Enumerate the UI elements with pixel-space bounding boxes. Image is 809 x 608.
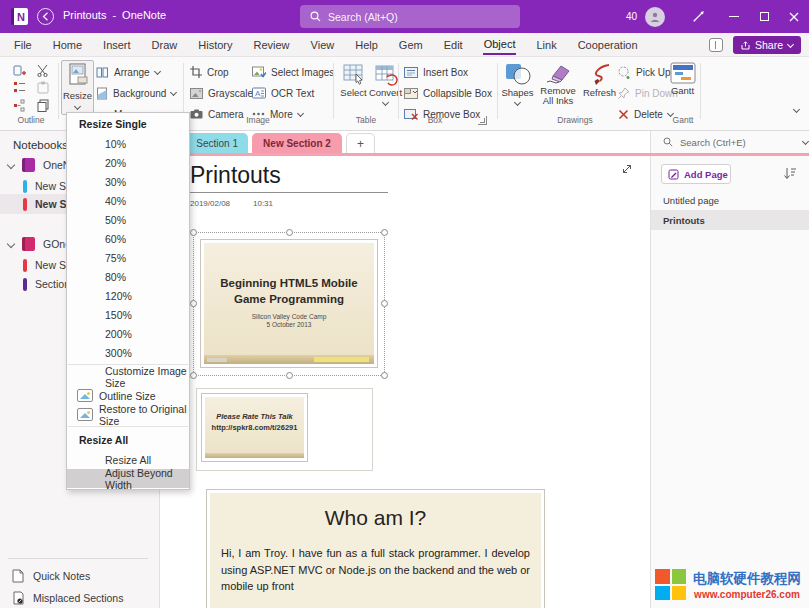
table-convert-icon (374, 62, 398, 86)
menu-view[interactable]: View (310, 36, 336, 54)
search-input[interactable] (328, 11, 498, 23)
resize-handle[interactable] (381, 229, 388, 236)
cut-icon[interactable] (36, 64, 49, 77)
global-search-box[interactable] (300, 5, 520, 28)
resize-handle[interactable] (286, 372, 293, 379)
notebook-icon (22, 158, 35, 172)
resize-option-120[interactable]: 120% (67, 286, 189, 305)
resize-option-30[interactable]: 30% (67, 172, 189, 191)
menu-object[interactable]: Object (483, 35, 517, 55)
menu-history[interactable]: History (197, 36, 233, 54)
page-list-item-untitled[interactable]: Untitled page (651, 190, 809, 210)
highlighted-url (314, 357, 369, 362)
paste-icon[interactable] (37, 81, 49, 94)
chevron-down-icon[interactable] (802, 137, 809, 144)
search-icon (310, 11, 321, 22)
pick-up-button[interactable]: Pick Up (618, 63, 670, 81)
onenote-window: N Printouts - OneNote 40 (0, 0, 809, 608)
resize-button[interactable]: Resize (61, 60, 94, 115)
refresh-button[interactable]: Refresh (583, 60, 616, 115)
resize-handle[interactable] (381, 372, 388, 379)
resize-option-300[interactable]: 300% (67, 343, 189, 362)
page-search-input[interactable] (680, 137, 780, 148)
insert-box-button[interactable]: Insert Box (404, 63, 468, 81)
quick-notes-item[interactable]: Quick Notes (0, 565, 160, 586)
notebooks-header[interactable]: Notebooks (13, 139, 68, 151)
image-group-label: Image (228, 115, 288, 125)
table-select-button[interactable]: Select (337, 60, 370, 115)
add-outline-icon[interactable] (13, 64, 26, 77)
page-canvas[interactable]: Printouts 2019/02/08 10:31 Beginning (160, 156, 649, 608)
resize-option-60[interactable]: 60% (67, 229, 189, 248)
gantt-button[interactable]: Gantt (666, 60, 699, 115)
resize-option-75[interactable]: 75% (67, 248, 189, 267)
chevron-expand-icon[interactable] (7, 240, 15, 248)
resize-option-20[interactable]: 20% (67, 153, 189, 172)
arrange-button[interactable]: Arrange (96, 63, 160, 81)
misplaced-sections-item[interactable]: Misplaced Sections (0, 587, 160, 608)
ocr-text-button[interactable]: A OCR Text (252, 84, 314, 102)
chevron-expand-icon[interactable] (7, 161, 15, 169)
menu-bar: File Home Insert Draw History Review Vie… (0, 33, 809, 57)
box-dialog-launcher-icon[interactable] (478, 116, 487, 125)
menu-insert[interactable]: Insert (102, 36, 132, 54)
minimize-button[interactable] (719, 0, 749, 33)
adjust-beyond-width-item[interactable]: Adjust Beyond Width (67, 469, 189, 488)
customize-image-size-item[interactable]: Customize Image Size (67, 367, 189, 386)
copy-page-icon[interactable] (37, 99, 49, 112)
grayscale-button[interactable]: Grayscale (190, 84, 253, 102)
background-button[interactable]: Background (96, 84, 176, 102)
resize-handle[interactable] (190, 372, 197, 379)
printout-slide-1[interactable]: Beginning HTML5 Mobile Game Programming … (200, 239, 378, 368)
remove-all-inks-button[interactable]: Remove All Inks (536, 60, 580, 115)
menu-gem[interactable]: Gem (398, 36, 424, 54)
resize-all-header: Resize All (67, 429, 189, 450)
share-button[interactable]: Share (733, 36, 801, 54)
close-button[interactable] (779, 0, 809, 33)
account-avatar[interactable] (645, 7, 665, 27)
move-outline-icon[interactable] (13, 99, 26, 112)
page-search-box[interactable] (651, 131, 809, 153)
page-list-item-printouts[interactable]: Printouts (651, 210, 809, 230)
menu-draw[interactable]: Draw (151, 36, 179, 54)
menu-file[interactable]: File (13, 36, 33, 54)
restore-original-size-item[interactable]: Restore to Original Size (67, 405, 189, 424)
menu-edit[interactable]: Edit (443, 36, 464, 54)
add-section-tab[interactable]: + (346, 133, 375, 154)
menu-home[interactable]: Home (52, 36, 83, 54)
outline-group-label: Outline (8, 115, 54, 125)
tab-new-section-2[interactable]: New Section 2 (252, 133, 342, 154)
printout-slide-3[interactable]: Who am I? Hi, I am Troy. I have fun as a… (206, 489, 545, 608)
resize-option-80[interactable]: 80% (67, 267, 189, 286)
shapes-button[interactable]: Shapes (501, 60, 534, 115)
resize-handle[interactable] (381, 300, 388, 307)
resize-option-200[interactable]: 200% (67, 324, 189, 343)
printout-slide-2[interactable]: Please Rate This Talk http://spkr8.com/t… (201, 393, 308, 462)
menu-link[interactable]: Link (535, 36, 557, 54)
menu-review[interactable]: Review (253, 36, 291, 54)
menu-help[interactable]: Help (354, 36, 379, 54)
resize-handle[interactable] (190, 300, 197, 307)
resize-option-150[interactable]: 150% (67, 305, 189, 324)
sort-pages-icon[interactable] (783, 167, 797, 180)
resize-handle[interactable] (286, 229, 293, 236)
collapsible-box-button[interactable]: Collapsible Box (404, 84, 492, 102)
resize-option-50[interactable]: 50% (67, 210, 189, 229)
section-color-bar (23, 259, 27, 272)
maximize-button[interactable] (749, 0, 779, 33)
crop-button[interactable]: Crop (190, 63, 229, 81)
resize-option-10[interactable]: 10% (67, 134, 189, 153)
select-images-button[interactable]: Select Images (252, 63, 334, 81)
collapse-ribbon-icon[interactable] (793, 106, 800, 113)
pen-mode-icon[interactable] (683, 0, 713, 33)
resize-option-40[interactable]: 40% (67, 191, 189, 210)
side-panel-icon[interactable] (709, 38, 723, 52)
outline-list-icon[interactable] (13, 81, 26, 94)
page-title[interactable]: Printouts (190, 162, 388, 193)
add-page-button[interactable]: Add Page (661, 164, 731, 184)
delete-icon (618, 109, 629, 120)
expand-page-icon[interactable] (620, 162, 634, 176)
resize-handle[interactable] (190, 229, 197, 236)
menu-cooperation[interactable]: Cooperation (577, 36, 639, 54)
back-button[interactable] (37, 8, 54, 25)
